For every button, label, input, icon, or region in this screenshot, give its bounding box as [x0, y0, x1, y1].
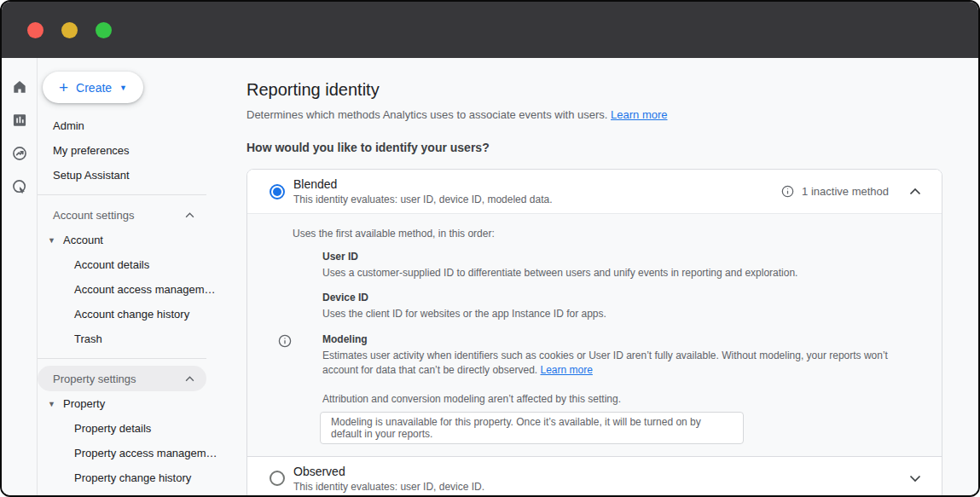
info-icon: [781, 185, 794, 198]
observed-label: Observed: [293, 465, 484, 478]
blended-label: Blended: [293, 177, 553, 191]
method-modeling-description-text: Estimates user activity when identifiers…: [322, 350, 888, 376]
sidebar-item-account-change-history[interactable]: Account change history: [38, 302, 234, 327]
observed-radio[interactable]: [270, 471, 285, 486]
sidebar-group-property[interactable]: ▼ Property: [38, 391, 234, 416]
sidebar-group-property-label: Property: [63, 397, 105, 410]
sidebar-divider: [38, 194, 206, 195]
learn-more-link[interactable]: Learn more: [611, 108, 667, 121]
sidebar-item-scheduled-emails[interactable]: Scheduled emails: [38, 490, 234, 495]
section-property-settings[interactable]: Property settings: [38, 366, 206, 391]
plus-icon: +: [59, 79, 68, 95]
section-account-settings-label: Account settings: [53, 209, 134, 222]
method-modeling-description: Estimates user activity when identifiers…: [322, 349, 911, 379]
caret-down-icon: ▼: [38, 236, 63, 245]
sidebar-item-setup-assistant[interactable]: Setup Assistant: [38, 163, 234, 188]
app-body: + Create ▼ Admin My preferences Setup As…: [2, 58, 978, 495]
blended-expanded-detail: Uses the first available method, in this…: [247, 213, 942, 456]
method-order-intro: Uses the first available method, in this…: [293, 228, 942, 240]
app-window: + Create ▼ Admin My preferences Setup As…: [0, 0, 980, 497]
collapse-chevron-up-icon[interactable]: [909, 188, 921, 195]
blended-right: 1 inactive method: [781, 185, 921, 198]
method-device-id: Device ID Uses the client ID for website…: [322, 292, 942, 321]
close-window-button[interactable]: [27, 22, 43, 38]
sidebar-item-admin[interactable]: Admin: [38, 113, 234, 138]
observed-text: Observed This identity evaluates: user I…: [293, 465, 484, 493]
window-titlebar: [2, 2, 978, 58]
page-title: Reporting identity: [246, 80, 942, 100]
modeling-unavailable-notice: Modeling is unavailable for this propert…: [320, 412, 744, 444]
page-description-text: Determines which methods Analytics uses …: [246, 108, 611, 121]
info-icon: [278, 334, 292, 348]
method-modeling-name: Modeling: [322, 333, 911, 345]
method-user-id-name: User ID: [322, 251, 942, 263]
identity-question: How would you like to identify your user…: [246, 141, 942, 154]
method-device-id-description: Uses the client ID for websites or the a…: [322, 307, 942, 321]
sidebar-divider: [38, 358, 206, 359]
left-icon-rail: [2, 58, 38, 495]
sidebar-item-property-access-management[interactable]: Property access managem…: [38, 441, 234, 465]
sidebar-group-account-label: Account: [63, 234, 103, 246]
sidebar-item-account-access-management[interactable]: Account access managem…: [38, 277, 234, 302]
sidebar-nav: Admin My preferences Setup Assistant Acc…: [38, 113, 234, 495]
page-description: Determines which methods Analytics uses …: [246, 108, 942, 121]
expand-chevron-down-icon[interactable]: [909, 475, 921, 483]
inactive-method-badge: 1 inactive method: [802, 185, 889, 198]
sidebar-item-trash[interactable]: Trash: [38, 327, 234, 351]
section-account-settings[interactable]: Account settings: [38, 202, 206, 228]
caret-down-icon: ▼: [38, 400, 63, 408]
observed-right: [889, 475, 921, 483]
reports-icon[interactable]: [11, 112, 28, 129]
option-blended[interactable]: Blended This identity evaluates: user ID…: [247, 170, 942, 213]
reporting-identity-card: Blended This identity evaluates: user ID…: [246, 169, 942, 497]
chevron-up-icon: [185, 212, 194, 218]
home-icon[interactable]: [11, 78, 28, 95]
attribution-note: Attribution and conversion modeling aren…: [322, 393, 942, 405]
main-content: Reporting identity Determines which meth…: [234, 58, 980, 495]
sidebar-item-property-details[interactable]: Property details: [38, 416, 234, 441]
blended-text: Blended This identity evaluates: user ID…: [293, 177, 553, 205]
chevron-up-icon: [185, 376, 194, 382]
create-button-label: Create: [76, 81, 112, 95]
advertising-icon[interactable]: [11, 178, 28, 195]
method-user-id-description: Uses a customer-supplied ID to different…: [322, 266, 942, 280]
sidebar-item-my-preferences[interactable]: My preferences: [38, 138, 234, 163]
blended-description: This identity evaluates: user ID, device…: [293, 194, 553, 205]
explore-icon[interactable]: [11, 145, 28, 162]
observed-description: This identity evaluates: user ID, device…: [293, 481, 484, 493]
modeling-info-col: [247, 333, 322, 379]
method-modeling: Modeling Estimates user activity when id…: [247, 333, 942, 379]
create-button[interactable]: + Create ▼: [43, 72, 143, 103]
option-observed[interactable]: Observed This identity evaluates: user I…: [247, 456, 942, 497]
blended-radio[interactable]: [270, 184, 285, 199]
zoom-window-button[interactable]: [96, 22, 112, 38]
chevron-down-icon: ▼: [119, 84, 127, 92]
sidebar-item-property-change-history[interactable]: Property change history: [38, 465, 234, 490]
admin-sidebar: + Create ▼ Admin My preferences Setup As…: [38, 58, 234, 495]
method-device-id-name: Device ID: [322, 292, 942, 303]
minimize-window-button[interactable]: [61, 22, 78, 38]
sidebar-item-account-details[interactable]: Account details: [38, 252, 234, 277]
modeling-learn-more-link[interactable]: Learn more: [540, 364, 592, 376]
section-property-settings-label: Property settings: [53, 373, 136, 385]
method-user-id: User ID Uses a customer-supplied ID to d…: [322, 251, 942, 280]
sidebar-group-account[interactable]: ▼ Account: [38, 228, 234, 252]
method-modeling-text: Modeling Estimates user activity when id…: [322, 333, 911, 379]
